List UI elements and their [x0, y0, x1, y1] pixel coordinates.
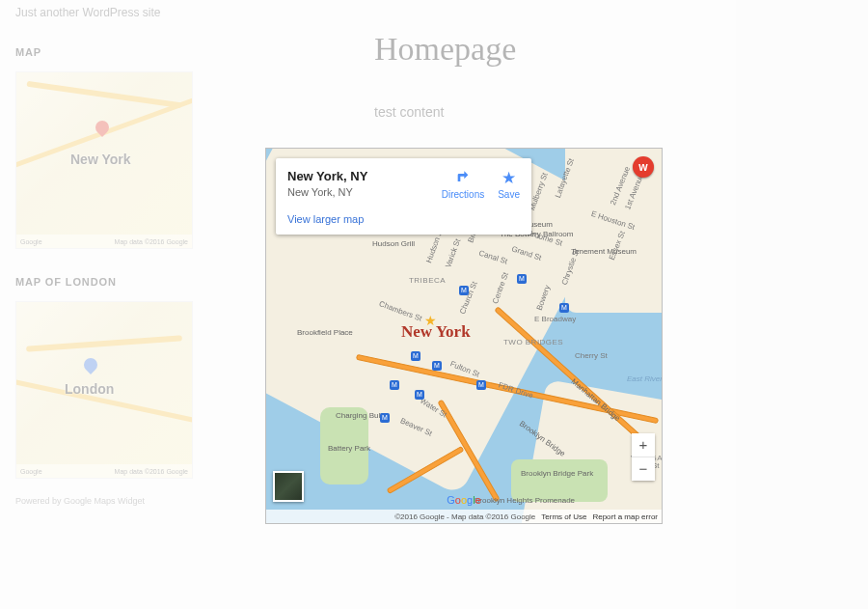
subway-icon: M — [380, 413, 390, 423]
subway-icon: M — [390, 380, 399, 390]
poi-label: Battery Park — [328, 444, 370, 453]
subway-icon: M — [432, 361, 442, 371]
neighborhood-label: TWO BRIDGES — [503, 338, 563, 346]
map-lightbox: ★ New York TRIBECA TWO BRIDGES VINEGAR B… — [265, 148, 663, 524]
map-center-label: New York — [401, 322, 471, 342]
save-button[interactable]: ★ Save — [498, 169, 520, 200]
neighborhood-label: TRIBECA — [409, 276, 446, 285]
subway-icon: M — [411, 351, 420, 361]
street-label: Cherry St — [575, 351, 608, 360]
terms-link[interactable]: Terms of Use — [541, 512, 586, 521]
subway-icon: M — [559, 303, 569, 313]
zoom-out-button[interactable]: − — [632, 457, 655, 481]
directions-button[interactable]: Directions — [442, 169, 484, 200]
widget-badge-icon: w — [633, 156, 654, 178]
google-logo: Google — [447, 494, 481, 506]
poi-label: Tenement Museum — [571, 247, 637, 256]
poi-label: Brooklyn Bridge Park — [521, 469, 593, 478]
poi-label: Brookfield Place — [297, 328, 353, 337]
poi-label: Brooklyn Heights Promenade — [475, 496, 575, 505]
view-larger-map-link[interactable]: View larger map — [287, 213, 520, 225]
street-label: East River — [627, 374, 662, 383]
subway-icon: M — [459, 286, 469, 295]
zoom-in-button[interactable]: + — [632, 433, 655, 457]
infocard-subtitle: New York, NY — [287, 186, 367, 198]
map-type-toggle[interactable] — [273, 471, 304, 502]
poi-label: Charging Bull — [336, 411, 382, 420]
subway-icon: M — [476, 380, 486, 390]
directions-label: Directions — [442, 189, 484, 200]
star-icon: ★ — [501, 169, 518, 186]
report-error-link[interactable]: Report a map error — [592, 512, 658, 521]
map-info-card: New York, NY New York, NY Directions ★ S… — [276, 158, 531, 235]
subway-icon: M — [415, 390, 424, 400]
infocard-title: New York, NY — [287, 169, 367, 183]
zoom-controls: + − — [632, 433, 655, 481]
street-label: E Broadway — [534, 315, 576, 323]
subway-icon: M — [517, 274, 527, 284]
poi-label: Hudson Grill — [372, 239, 415, 248]
map-footer: ©2016 Google - Map data ©2016 Google Ter… — [266, 510, 662, 523]
map-copyright: ©2016 Google - Map data ©2016 Google — [394, 512, 535, 521]
save-label: Save — [498, 189, 520, 200]
directions-icon — [454, 169, 472, 186]
